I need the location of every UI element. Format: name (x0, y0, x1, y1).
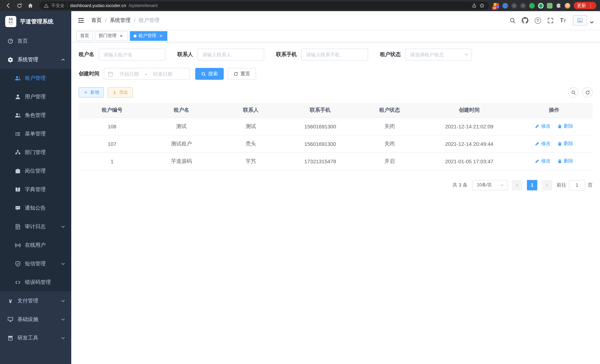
sidebar-item-home[interactable]: 首页 (0, 32, 71, 50)
extension-dark-2[interactable] (520, 3, 526, 8)
font-size-icon (560, 18, 566, 23)
system-submenu: 租户管理 用户管理 角色管理 (0, 69, 71, 292)
cell-phone: 15601691300 (284, 118, 356, 135)
user-avatar[interactable] (573, 15, 587, 26)
add-button[interactable]: 新增 (79, 87, 104, 98)
extension-green-square[interactable] (547, 3, 553, 8)
breadcrumb-system[interactable]: 系统管理 (110, 17, 131, 24)
prev-page-button[interactable] (512, 180, 523, 190)
delete-button[interactable]: 删除 (557, 140, 573, 147)
export-button[interactable]: 导出 (108, 87, 133, 98)
dashboard-icon (7, 38, 13, 44)
sidebar-item-dev-tools[interactable]: 研发工具 (0, 329, 71, 347)
code-icon (15, 280, 21, 285)
phone-input[interactable] (301, 49, 368, 60)
sidebar-item-role[interactable]: 角色管理 (0, 106, 71, 125)
breadcrumb-home[interactable]: 首页 (91, 17, 102, 24)
close-icon[interactable]: × (158, 33, 164, 38)
app-logo[interactable]: 芋道管理系统 (0, 11, 71, 32)
close-icon[interactable]: × (118, 33, 124, 38)
extension-blue[interactable] (502, 3, 508, 8)
tab-home[interactable]: 首页 (76, 31, 93, 41)
extensions-menu-button[interactable] (556, 3, 562, 8)
sidebar-item-label: 支付管理 (18, 298, 38, 304)
status-select[interactable] (405, 49, 472, 60)
page-size-select[interactable] (472, 180, 508, 190)
security-label[interactable]: 不安全 (51, 2, 65, 9)
sidebar-item-dict[interactable]: 字典管理 (0, 180, 71, 199)
browser-update-button[interactable]: 更新 (574, 2, 596, 9)
extension-colorgrid[interactable]: 10 (494, 3, 499, 8)
start-date-input[interactable] (115, 71, 143, 77)
tab-tenant[interactable]: 租户管理 × (130, 31, 167, 41)
header-search-button[interactable] (507, 15, 518, 26)
sidebar-item-notice[interactable]: 通知公告 (0, 199, 71, 217)
sidebar-item-label: 在线用户 (25, 242, 46, 249)
sidebar-item-audit-log[interactable]: 审计日志 (0, 217, 71, 236)
delete-button[interactable]: 删除 (557, 123, 573, 130)
extension-green-1[interactable] (529, 3, 535, 8)
github-link-button[interactable] (519, 15, 531, 26)
sidebar-item-label: 通知公告 (25, 205, 46, 212)
reset-button[interactable]: 重置 (227, 68, 256, 80)
address-bar[interactable]: 不安全 dashboard.yudao.iocoder.cn/system/te… (39, 1, 489, 10)
fullscreen-button[interactable] (545, 15, 556, 26)
browser-menu-icon[interactable] (589, 3, 593, 8)
tab-label: 部门管理 (99, 33, 116, 39)
sidebar-item-infrastructure[interactable]: 基础设施 (0, 310, 71, 329)
page-number-button[interactable]: 1 (527, 180, 537, 190)
help-button[interactable] (532, 15, 543, 26)
sidebar-item-online-users[interactable]: 在线用户 (0, 236, 71, 254)
goto-page-input[interactable] (569, 180, 585, 190)
app-title: 芋道管理系统 (20, 18, 53, 25)
tab-dept[interactable]: 部门管理 × (95, 31, 128, 41)
contact-input[interactable] (197, 49, 264, 60)
sidebar-item-label: 研发工具 (18, 335, 38, 341)
goto-page: 前往 页 (557, 180, 593, 190)
page-unit-label: 页 (588, 182, 593, 188)
question-icon (534, 17, 541, 24)
edit-button[interactable]: 修改 (535, 140, 551, 147)
sidebar-item-payment[interactable]: ¥ 支付管理 (0, 292, 71, 310)
extension-dark-1[interactable] (511, 3, 517, 8)
sidebar-item-dept[interactable]: 部门管理 (0, 143, 71, 162)
edit-button[interactable]: 修改 (535, 123, 551, 130)
bookmark-button[interactable] (479, 3, 485, 8)
refresh-table-button[interactable] (582, 87, 593, 98)
font-size-button[interactable] (557, 15, 568, 26)
end-date-input[interactable] (149, 71, 177, 77)
search-button[interactable]: 搜索 (195, 68, 224, 80)
share-button[interactable] (472, 3, 477, 8)
sidebar-item-label: 审计日志 (25, 223, 46, 230)
browser-profile-avatar[interactable] (565, 3, 570, 8)
sidebar-item-post[interactable]: 岗位管理 (0, 162, 71, 180)
calendar-icon (108, 71, 113, 77)
page-size-value[interactable] (472, 180, 508, 190)
chevron-up-icon (61, 57, 65, 62)
delete-button[interactable]: 删除 (557, 158, 573, 165)
sidebar-item-menu[interactable]: 菜单管理 (0, 125, 71, 143)
browser-back-button[interactable] (4, 1, 13, 10)
sidebar-item-user[interactable]: 用户管理 (0, 88, 71, 106)
sidebar-item-tenant[interactable]: 租户管理 (0, 69, 71, 88)
table-toolbar: 新增 导出 (79, 87, 593, 98)
sidebar-toggle-button[interactable] (77, 17, 84, 24)
chevron-down-icon (61, 299, 65, 303)
sidebar-item-sms[interactable]: 短信管理 (0, 254, 71, 273)
avatar-caret-icon[interactable] (590, 20, 594, 25)
toggle-search-button[interactable] (568, 87, 579, 98)
org-tree-icon (15, 149, 21, 156)
create-time-range[interactable]: - (104, 68, 190, 80)
edit-button[interactable]: 修改 (535, 158, 551, 165)
sidebar-item-label: 租户管理 (25, 75, 46, 82)
sidebar-item-system[interactable]: 系统管理 (0, 50, 71, 69)
col-phone: 联系手机 (284, 103, 356, 118)
cell-created: 2021-12-14 21:02:09 (423, 118, 516, 135)
next-page-button[interactable] (542, 180, 552, 190)
browser-refresh-button[interactable] (15, 1, 24, 10)
tenant-name-input[interactable] (99, 49, 166, 60)
browser-home-button[interactable] (26, 1, 35, 10)
extension-green-2[interactable] (538, 3, 544, 8)
sidebar-item-error-code[interactable]: 错误码管理 (0, 273, 71, 292)
col-contact: 联系人 (217, 103, 284, 118)
